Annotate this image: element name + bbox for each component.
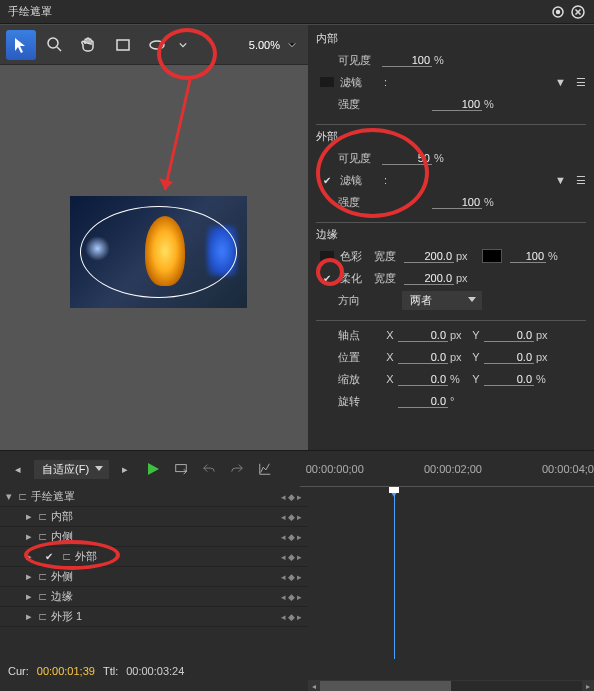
pos-x[interactable]: 0.0 <box>398 351 448 364</box>
time-0: 00:00:00;00 <box>306 463 364 475</box>
pivot-y[interactable]: 0.0 <box>484 329 534 342</box>
track-outer-checkbox[interactable] <box>42 550 56 564</box>
edge-color-pct[interactable]: 100 <box>510 250 546 263</box>
svg-point-3 <box>48 38 58 48</box>
filter-icon[interactable]: ▼ <box>555 174 566 187</box>
timeline-tracks-area[interactable] <box>308 487 594 662</box>
tool-dropdown[interactable] <box>176 30 190 60</box>
timeline-ruler[interactable]: 00:00:00;00 00:00:02;00 00:00:04;0 <box>300 451 594 487</box>
edge-width-label: 宽度 <box>374 249 404 264</box>
list-icon[interactable]: ☰ <box>576 174 586 187</box>
pivot-x[interactable]: 0.0 <box>398 329 448 342</box>
outer-filter-label: 滤镜 <box>340 173 384 188</box>
loop-button[interactable] <box>169 457 193 481</box>
outer-strength-label: 强度 <box>338 195 382 210</box>
edge-direction-dropdown[interactable]: 两者 <box>402 291 482 310</box>
outer-visibility-label: 可见度 <box>338 151 382 166</box>
track-row[interactable]: ▸⊏外侧◂◆▸ <box>0 567 308 587</box>
pos-y[interactable]: 0.0 <box>484 351 534 364</box>
scrollbar-h[interactable] <box>320 681 582 691</box>
inner-visibility-value[interactable]: 100 <box>382 54 432 67</box>
current-time: 00:00:01;39 <box>37 665 95 677</box>
close-icon[interactable] <box>570 4 586 20</box>
scale-label: 缩放 <box>338 372 382 387</box>
svg-point-5 <box>150 41 164 49</box>
svg-rect-4 <box>117 40 129 50</box>
zoom-tool[interactable] <box>40 30 70 60</box>
inner-filter-toggle[interactable] <box>320 77 334 87</box>
position-label: 位置 <box>338 350 382 365</box>
scale-x[interactable]: 0.0 <box>398 373 448 386</box>
inner-strength-value[interactable]: 100 <box>432 98 482 111</box>
prev-frame-button[interactable]: ◂ <box>6 457 30 481</box>
section-inner: 内部 <box>316 31 586 46</box>
next-frame-button[interactable]: ▸ <box>113 457 137 481</box>
mask-ellipse[interactable] <box>80 206 237 298</box>
scroll-right-button[interactable]: ▸ <box>582 680 594 691</box>
outer-visibility-value[interactable]: 50 <box>382 152 432 165</box>
outer-strength-value[interactable]: 100 <box>432 196 482 209</box>
pointer-tool[interactable] <box>6 30 36 60</box>
mask-toolbar: 5.00% <box>0 25 308 65</box>
track-row[interactable]: ▸⊏边缘◂◆▸ <box>0 587 308 607</box>
track-list: ▾⊏手绘遮罩◂◆▸ ▸⊏内部◂◆▸ ▸⊏内侧◂◆▸ ▸⊏外部◂◆▸ ▸⊏外侧◂◆… <box>0 487 308 662</box>
track-row[interactable]: ▸⊏外形 1◂◆▸ <box>0 607 308 627</box>
edge-soften-width[interactable]: 200.0 <box>404 272 454 285</box>
list-icon[interactable]: ☰ <box>576 76 586 89</box>
time-4: 00:00:04;0 <box>542 463 594 475</box>
section-outer: 外部 <box>316 129 586 144</box>
pan-tool[interactable] <box>74 30 104 60</box>
outer-filter-checkbox[interactable] <box>320 173 334 187</box>
graph-button[interactable] <box>253 457 277 481</box>
preview-panel: 5.00% <box>0 25 308 450</box>
track-row[interactable]: ▸⊏外部◂◆▸ <box>0 547 308 567</box>
window-title: 手绘遮罩 <box>8 4 546 19</box>
filter-icon[interactable]: ▼ <box>555 76 566 89</box>
fit-dropdown[interactable]: 自适应(F) <box>34 460 109 479</box>
scroll-left-button[interactable]: ◂ <box>308 680 320 691</box>
rect-tool[interactable] <box>108 30 138 60</box>
section-edge: 边缘 <box>316 227 586 242</box>
ellipse-tool[interactable] <box>142 30 172 60</box>
inner-strength-label: 强度 <box>338 97 382 112</box>
edge-direction-label: 方向 <box>338 293 372 308</box>
track-row[interactable]: ▸⊏内侧◂◆▸ <box>0 527 308 547</box>
inner-filter-label: 滤镜 <box>340 75 384 90</box>
properties-panel: 内部 可见度 100 % 滤镜 : ▼☰ 强度 100 % 外部 可见 <box>308 25 594 450</box>
inner-visibility-label: 可见度 <box>338 53 382 68</box>
timeline-panel: ◂ 自适应(F) ▸ 00:00:00;00 00:00:02;00 00:00… <box>0 450 594 691</box>
edge-color-width[interactable]: 200.0 <box>404 250 454 263</box>
edge-color-label: 色彩 <box>340 249 374 264</box>
total-time: 00:00:03:24 <box>126 665 184 677</box>
preview-canvas[interactable] <box>0 65 308 450</box>
rotation-label: 旋转 <box>338 394 382 409</box>
redo-button[interactable] <box>225 457 249 481</box>
edge-color-toggle[interactable] <box>320 251 334 261</box>
time-2: 00:00:02;00 <box>424 463 482 475</box>
zoom-level[interactable]: 5.00% <box>249 39 302 51</box>
track-row[interactable]: ▸⊏内部◂◆▸ <box>0 507 308 527</box>
rotation-value[interactable]: 0.0 <box>398 395 448 408</box>
svg-point-1 <box>557 10 560 13</box>
edge-color-swatch[interactable] <box>482 249 502 263</box>
track-row[interactable]: ▾⊏手绘遮罩◂◆▸ <box>0 487 308 507</box>
edge-soften-checkbox[interactable] <box>320 271 334 285</box>
settings-icon[interactable] <box>550 4 566 20</box>
undo-button[interactable] <box>197 457 221 481</box>
pivot-label: 轴点 <box>338 328 382 343</box>
playhead[interactable] <box>394 489 395 659</box>
scale-y[interactable]: 0.0 <box>484 373 534 386</box>
play-button[interactable] <box>141 457 165 481</box>
edge-soften-label: 柔化 <box>340 271 374 286</box>
